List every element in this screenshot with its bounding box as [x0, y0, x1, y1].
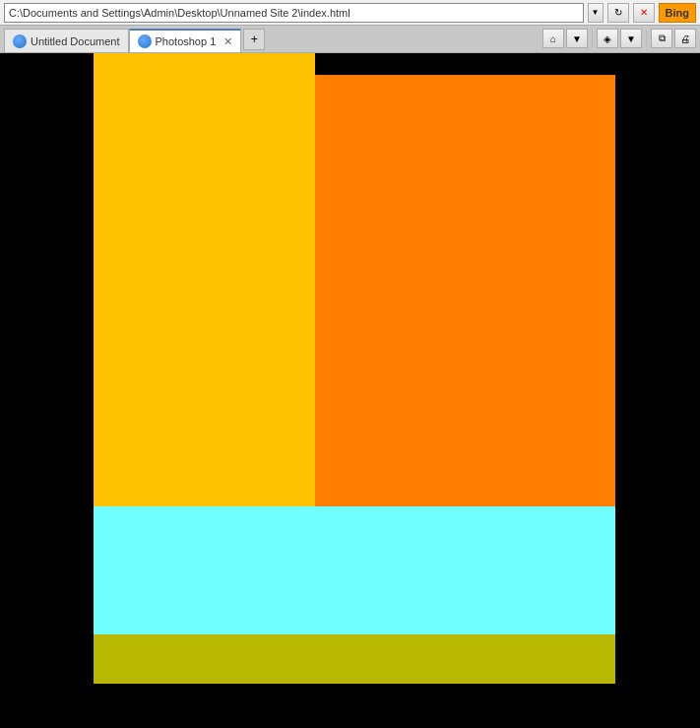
resize-btn[interactable]: ⧉ [651, 29, 672, 48]
tab-untitled-label: Untitled Document [31, 35, 120, 47]
orange-block [315, 75, 615, 528]
feeds-dropdown-btn[interactable]: ▼ [620, 29, 642, 48]
url-input[interactable] [4, 3, 584, 23]
stop-icon: ✕ [640, 7, 648, 18]
tab-bar: Untitled Document Photoshop 1 ✕ + ⌂ ▼ ◈ … [0, 26, 700, 53]
stop-btn[interactable]: ✕ [633, 3, 655, 23]
print-btn[interactable]: 🖨 [674, 29, 696, 48]
chevron-down-icon: ▼ [572, 33, 582, 44]
print-icon: 🖨 [680, 33, 690, 44]
refresh-btn[interactable]: ↻ [607, 3, 629, 23]
browser-content [0, 53, 700, 702]
address-bar: ▼ ↻ ✕ Bing [0, 0, 700, 26]
feeds-chevron-icon: ▼ [626, 33, 636, 44]
yellow-block [94, 53, 315, 575]
tab-right-controls: ⌂ ▼ ◈ ▼ ⧉ 🖨 [542, 27, 696, 50]
tab-photoshop-label: Photoshop 1 [156, 35, 217, 47]
home-dropdown-btn[interactable]: ▼ [566, 29, 588, 48]
feeds-btn[interactable]: ◈ [597, 29, 618, 48]
tab-close-btn[interactable]: ✕ [223, 35, 232, 48]
home-icon: ⌂ [550, 33, 556, 44]
new-tab-icon: + [251, 33, 258, 46]
feeds-icon: ◈ [604, 33, 611, 44]
ie-icon-active [138, 34, 152, 48]
ie-icon [13, 34, 27, 48]
resize-icon: ⧉ [659, 33, 666, 44]
bing-search-btn[interactable]: Bing [659, 3, 696, 23]
webpage-viewport [94, 53, 615, 702]
refresh-icon: ↻ [614, 7, 622, 18]
dropdown-arrow-icon: ▼ [592, 8, 600, 17]
tab-photoshop[interactable]: Photoshop 1 ✕ [129, 29, 242, 52]
black-left-bar [0, 53, 94, 702]
olive-block [94, 634, 615, 684]
black-right-bar [615, 53, 700, 702]
cyan-block [94, 506, 615, 634]
home-btn[interactable]: ⌂ [542, 29, 564, 48]
new-tab-btn[interactable]: + [243, 29, 265, 50]
separator-2 [646, 30, 647, 47]
separator-1 [592, 30, 593, 47]
tab-untitled[interactable]: Untitled Document [4, 29, 129, 52]
url-dropdown-btn[interactable]: ▼ [588, 3, 604, 23]
